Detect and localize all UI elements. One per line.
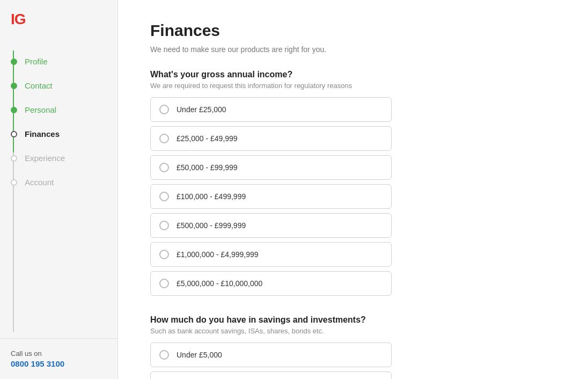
radio-circle <box>159 221 169 230</box>
sidebar-label-contact: Contact <box>25 81 53 90</box>
radio-label: Under £5,000 <box>177 351 222 359</box>
sidebar-label-account: Account <box>25 178 54 187</box>
page-title: Finances <box>150 21 556 40</box>
sidebar-label-finances: Finances <box>25 129 60 139</box>
nav-menu: Profile Contact Personal Finances Experi… <box>0 44 117 338</box>
page-subtitle: We need to make sure our products are ri… <box>150 45 556 54</box>
radio-circle <box>159 350 169 360</box>
radio-label: £5,000,000 - £10,000,000 <box>177 279 262 288</box>
radio-circle <box>159 279 169 288</box>
question-hint-income: We are required to request this informat… <box>150 82 556 90</box>
radio-label: Under £25,000 <box>177 105 226 114</box>
nav-dot-account <box>11 179 17 186</box>
radio-label: £1,000,000 - £4,999,999 <box>177 250 259 259</box>
nav-dot-contact <box>11 83 17 89</box>
income-option-4[interactable]: £500,000 - £999,999 <box>150 213 392 238</box>
savings-option-0[interactable]: Under £5,000 <box>150 342 392 367</box>
sidebar-item-contact[interactable]: Contact <box>0 74 117 98</box>
sidebar-item-personal[interactable]: Personal <box>0 98 117 122</box>
radio-label: £50,000 - £99,999 <box>177 163 238 172</box>
nav-dot-profile <box>11 59 17 65</box>
question-title-income: What's your gross annual income? <box>150 70 556 79</box>
radio-circle <box>159 163 169 172</box>
sidebar-item-account[interactable]: Account <box>0 170 117 194</box>
sidebar-label-experience: Experience <box>25 154 65 163</box>
savings-options: Under £5,000 £5,000 - £24,999 <box>150 342 392 379</box>
radio-label: £100,000 - £499,999 <box>177 192 246 201</box>
radio-circle <box>159 192 169 201</box>
sidebar-footer: Call us on 0800 195 3100 <box>0 338 117 379</box>
income-option-2[interactable]: £50,000 - £99,999 <box>150 155 392 180</box>
section-savings: How much do you have in savings and inve… <box>150 315 556 379</box>
sidebar-item-finances[interactable]: Finances <box>0 122 117 146</box>
logo-text: IG <box>11 11 26 27</box>
call-us-label: Call us on <box>11 349 107 358</box>
income-option-3[interactable]: £100,000 - £499,999 <box>150 184 392 209</box>
logo: IG <box>0 0 117 44</box>
income-option-0[interactable]: Under £25,000 <box>150 97 392 122</box>
sidebar-item-experience[interactable]: Experience <box>0 146 117 170</box>
radio-circle <box>159 134 169 143</box>
radio-circle <box>159 250 169 259</box>
income-option-6[interactable]: £5,000,000 - £10,000,000 <box>150 271 392 296</box>
radio-circle <box>159 105 169 114</box>
sidebar-item-profile[interactable]: Profile <box>0 49 117 74</box>
income-options: Under £25,000 £25,000 - £49,999 £50,000 … <box>150 97 392 296</box>
income-option-1[interactable]: £25,000 - £49,999 <box>150 126 392 151</box>
income-option-5[interactable]: £1,000,000 - £4,999,999 <box>150 242 392 267</box>
nav-dot-finances <box>11 131 17 137</box>
main-content: Finances We need to make sure our produc… <box>118 0 588 379</box>
section-gross-income: What's your gross annual income? We are … <box>150 70 556 296</box>
nav-dot-personal <box>11 107 17 113</box>
question-title-savings: How much do you have in savings and inve… <box>150 315 556 325</box>
nav-dot-experience <box>11 155 17 162</box>
savings-option-1[interactable]: £5,000 - £24,999 <box>150 371 392 379</box>
radio-label: £500,000 - £999,999 <box>177 221 246 230</box>
sidebar-label-profile: Profile <box>25 57 48 66</box>
call-us-number: 0800 195 3100 <box>11 359 107 368</box>
radio-label: £25,000 - £49,999 <box>177 134 238 143</box>
question-hint-savings: Such as bank account savings, ISAs, shar… <box>150 327 556 335</box>
sidebar-label-personal: Personal <box>25 105 56 114</box>
sidebar: IG Profile Contact Personal Finances Exp… <box>0 0 118 379</box>
